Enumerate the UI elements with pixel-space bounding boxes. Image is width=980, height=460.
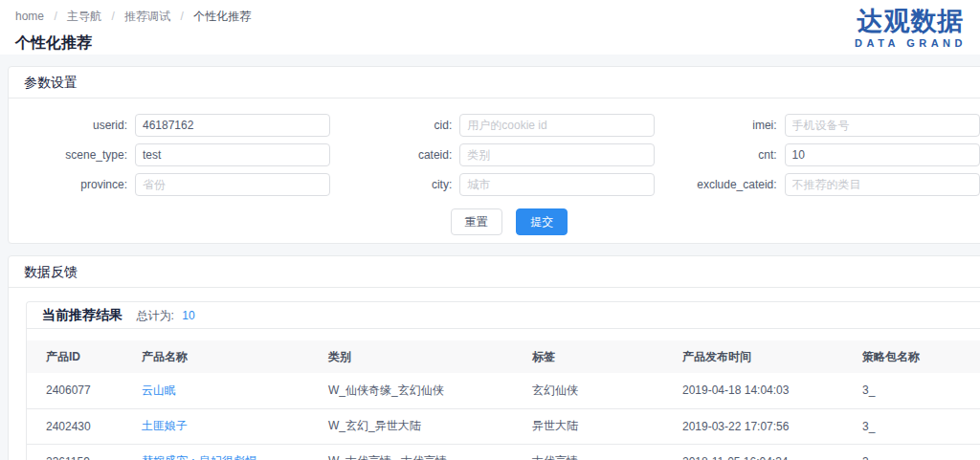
scene-type-input[interactable] — [135, 143, 330, 166]
publish-time-cell: 2018-11-05 16:04:34 — [675, 444, 855, 460]
product-name-cell: 云山眠 — [134, 373, 321, 408]
strategy-package-cell: 3_ — [855, 408, 980, 444]
form-item-cid: cid: — [333, 114, 657, 137]
breadcrumb-item-home[interactable]: home — [15, 10, 44, 23]
breadcrumb-item-main-nav[interactable]: 主导航 — [67, 10, 101, 23]
tag-cell: 古代言情 — [524, 444, 675, 460]
table-row: 2406077 云山眠 W_仙侠奇缘_玄幻仙侠 玄幻仙侠 2019-04-18 … — [27, 373, 980, 408]
header-category: 类别 — [321, 340, 524, 373]
product-id-cell: 2402430 — [27, 408, 134, 444]
logo-cn-text: 达观数据 — [855, 7, 967, 35]
product-name-link[interactable]: 土匪娘子 — [142, 419, 188, 432]
strategy-package-cell: 3_ — [855, 444, 980, 460]
imei-label: imei: — [658, 119, 785, 132]
form-item-cnt: cnt: — [658, 143, 980, 166]
form-item-scene-type: scene_type: — [9, 143, 333, 166]
header-strategy-package: 策略包名称 — [855, 340, 980, 373]
cateid-label: cateid: — [333, 148, 459, 162]
category-cell: W_古代言情 _古代言情 — [321, 444, 524, 460]
breadcrumb-separator: / — [180, 10, 183, 23]
exclude-cateid-label: exclude_cateid: — [658, 178, 785, 191]
cnt-input[interactable] — [785, 143, 980, 166]
submit-button[interactable]: 提交 — [516, 208, 568, 235]
form-item-cateid: cateid: — [333, 143, 657, 166]
form-item-exclude-cateid: exclude_cateid: — [658, 173, 980, 196]
category-cell: W_玄幻_异世大陆 — [321, 408, 524, 444]
tag-cell: 异世大陆 — [524, 408, 675, 444]
publish-time-cell: 2019-03-22 17:07:56 — [675, 408, 855, 444]
header-publish-time: 产品发布时间 — [675, 340, 855, 373]
cid-label: cid: — [333, 119, 459, 132]
product-id-cell: 2361159 — [27, 444, 134, 460]
scene-type-label: scene_type: — [9, 148, 135, 162]
page-header: home / 主导航 / 推荐调试 / 个性化推荐 个性化推荐 达观数据 DAT… — [0, 0, 980, 55]
results-table: 产品ID 产品名称 类别 标签 产品发布时间 策略包名称 2406077 云山眠… — [27, 340, 980, 460]
params-form: userid: cid: imei: scene_type: cateid: — [9, 99, 980, 243]
exclude-cateid-input[interactable] — [785, 173, 980, 196]
product-name-cell: 替嫁盛宠：皇妃很彪悍 — [134, 444, 321, 460]
form-actions: 重置 提交 — [9, 203, 980, 243]
form-item-city: city: — [333, 173, 657, 196]
cateid-input[interactable] — [459, 143, 655, 166]
city-label: city: — [333, 178, 459, 191]
reset-button[interactable]: 重置 — [451, 208, 502, 235]
page-title: 个性化推荐 — [15, 33, 965, 54]
breadcrumb: home / 主导航 / 推荐调试 / 个性化推荐 — [15, 10, 965, 23]
strategy-package-cell: 3_ — [855, 373, 980, 408]
form-item-province: province: — [9, 173, 333, 196]
product-name-cell: 土匪娘子 — [134, 408, 321, 444]
feedback-body: 当前推荐结果 总计为: 10 产品ID 产品名称 类别 标签 产品发布时间 — [9, 288, 980, 460]
params-card-title: 参数设置 — [9, 67, 980, 99]
city-input[interactable] — [459, 173, 655, 196]
product-id-cell: 2406077 — [27, 373, 134, 408]
publish-time-cell: 2019-04-18 14:04:03 — [675, 373, 855, 408]
results-panel-header: 当前推荐结果 总计为: 10 — [27, 302, 980, 329]
product-name-link[interactable]: 云山眠 — [142, 383, 176, 397]
cid-input[interactable] — [459, 114, 655, 137]
breadcrumb-item-personalized: 个性化推荐 — [193, 10, 251, 23]
form-row: province: city: exclude_cateid: — [9, 173, 980, 196]
form-row: scene_type: cateid: cnt: — [9, 143, 980, 166]
datagrand-logo: 达观数据 DATA GRAND — [855, 7, 967, 49]
province-label: province: — [9, 178, 135, 191]
form-item-imei: imei: — [658, 114, 980, 137]
feedback-card: 数据反馈 当前推荐结果 总计为: 10 产品ID 产品名称 类别 标签 — [8, 255, 980, 460]
breadcrumb-separator: / — [111, 10, 114, 23]
breadcrumb-item-recommend-debug[interactable]: 推荐调试 — [124, 10, 170, 23]
header-tag: 标签 — [524, 340, 675, 373]
total-value: 10 — [182, 309, 194, 322]
userid-input[interactable] — [135, 114, 330, 137]
header-product-id: 产品ID — [27, 340, 134, 373]
total-label: 总计为: — [136, 309, 173, 322]
table-header-row: 产品ID 产品名称 类别 标签 产品发布时间 策略包名称 — [27, 340, 980, 373]
imei-input[interactable] — [785, 114, 980, 137]
product-name-link[interactable]: 替嫁盛宠：皇妃很彪悍 — [142, 454, 256, 460]
results-panel-title: 当前推荐结果 — [42, 306, 122, 324]
params-card: 参数设置 userid: cid: imei: scene_type: cate… — [8, 66, 980, 244]
cnt-label: cnt: — [658, 148, 785, 162]
header-product-name: 产品名称 — [134, 340, 321, 373]
form-row: userid: cid: imei: — [9, 114, 980, 137]
feedback-card-title: 数据反馈 — [9, 256, 980, 288]
table-row: 2361159 替嫁盛宠：皇妃很彪悍 W_古代言情 _古代言情 古代言情 201… — [27, 444, 980, 460]
province-input[interactable] — [135, 173, 330, 196]
logo-en-text: DATA GRAND — [855, 37, 967, 49]
category-cell: W_仙侠奇缘_玄幻仙侠 — [321, 373, 524, 408]
userid-label: userid: — [9, 119, 135, 132]
current-results-panel: 当前推荐结果 总计为: 10 产品ID 产品名称 类别 标签 产品发布时间 — [26, 301, 980, 460]
breadcrumb-separator: / — [54, 10, 56, 23]
form-item-userid: userid: — [9, 114, 333, 137]
tag-cell: 玄幻仙侠 — [524, 373, 675, 408]
table-row: 2402430 土匪娘子 W_玄幻_异世大陆 异世大陆 2019-03-22 1… — [27, 408, 980, 444]
